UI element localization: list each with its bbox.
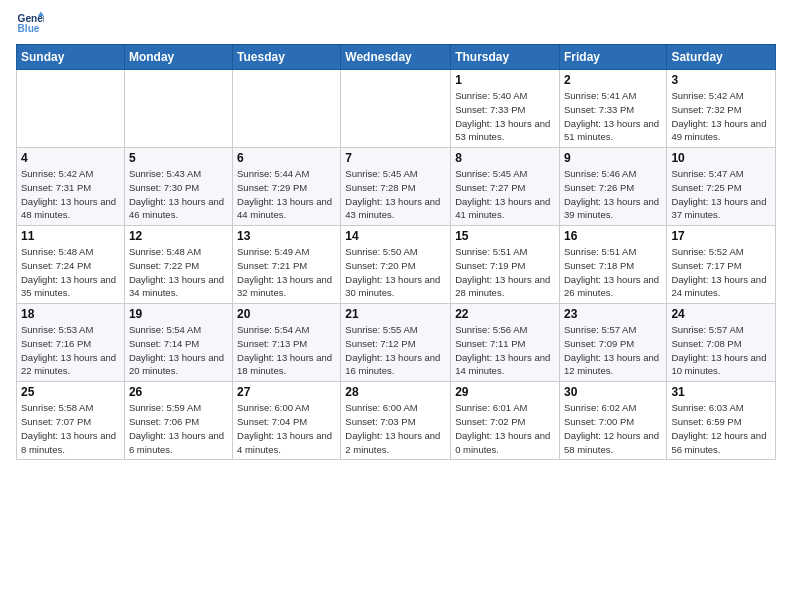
day-info: Sunrise: 5:47 AMSunset: 7:25 PMDaylight:… bbox=[671, 167, 771, 222]
day-number: 5 bbox=[129, 151, 228, 165]
calendar-cell: 22Sunrise: 5:56 AMSunset: 7:11 PMDayligh… bbox=[451, 304, 560, 382]
day-info: Sunrise: 5:44 AMSunset: 7:29 PMDaylight:… bbox=[237, 167, 336, 222]
calendar-cell: 10Sunrise: 5:47 AMSunset: 7:25 PMDayligh… bbox=[667, 148, 776, 226]
day-info: Sunrise: 5:51 AMSunset: 7:19 PMDaylight:… bbox=[455, 245, 555, 300]
day-number: 19 bbox=[129, 307, 228, 321]
day-number: 30 bbox=[564, 385, 662, 399]
calendar-cell: 4Sunrise: 5:42 AMSunset: 7:31 PMDaylight… bbox=[17, 148, 125, 226]
day-number: 1 bbox=[455, 73, 555, 87]
calendar-cell: 12Sunrise: 5:48 AMSunset: 7:22 PMDayligh… bbox=[124, 226, 232, 304]
day-number: 15 bbox=[455, 229, 555, 243]
day-info: Sunrise: 5:40 AMSunset: 7:33 PMDaylight:… bbox=[455, 89, 555, 144]
calendar-cell: 24Sunrise: 5:57 AMSunset: 7:08 PMDayligh… bbox=[667, 304, 776, 382]
day-number: 11 bbox=[21, 229, 120, 243]
calendar-table: SundayMondayTuesdayWednesdayThursdayFrid… bbox=[16, 44, 776, 460]
day-info: Sunrise: 6:01 AMSunset: 7:02 PMDaylight:… bbox=[455, 401, 555, 456]
calendar-cell: 27Sunrise: 6:00 AMSunset: 7:04 PMDayligh… bbox=[233, 382, 341, 460]
day-number: 8 bbox=[455, 151, 555, 165]
calendar-cell bbox=[341, 70, 451, 148]
day-info: Sunrise: 5:54 AMSunset: 7:13 PMDaylight:… bbox=[237, 323, 336, 378]
day-info: Sunrise: 5:49 AMSunset: 7:21 PMDaylight:… bbox=[237, 245, 336, 300]
day-info: Sunrise: 5:57 AMSunset: 7:08 PMDaylight:… bbox=[671, 323, 771, 378]
calendar-cell bbox=[17, 70, 125, 148]
day-number: 27 bbox=[237, 385, 336, 399]
day-info: Sunrise: 5:48 AMSunset: 7:24 PMDaylight:… bbox=[21, 245, 120, 300]
day-info: Sunrise: 5:56 AMSunset: 7:11 PMDaylight:… bbox=[455, 323, 555, 378]
day-info: Sunrise: 5:43 AMSunset: 7:30 PMDaylight:… bbox=[129, 167, 228, 222]
calendar-cell: 2Sunrise: 5:41 AMSunset: 7:33 PMDaylight… bbox=[559, 70, 666, 148]
day-number: 7 bbox=[345, 151, 446, 165]
calendar-cell: 28Sunrise: 6:00 AMSunset: 7:03 PMDayligh… bbox=[341, 382, 451, 460]
calendar-week-row: 11Sunrise: 5:48 AMSunset: 7:24 PMDayligh… bbox=[17, 226, 776, 304]
weekday-header: Sunday bbox=[17, 45, 125, 70]
day-number: 9 bbox=[564, 151, 662, 165]
day-info: Sunrise: 5:55 AMSunset: 7:12 PMDaylight:… bbox=[345, 323, 446, 378]
calendar-cell: 5Sunrise: 5:43 AMSunset: 7:30 PMDaylight… bbox=[124, 148, 232, 226]
calendar-cell: 19Sunrise: 5:54 AMSunset: 7:14 PMDayligh… bbox=[124, 304, 232, 382]
day-info: Sunrise: 5:58 AMSunset: 7:07 PMDaylight:… bbox=[21, 401, 120, 456]
day-number: 24 bbox=[671, 307, 771, 321]
calendar-cell bbox=[124, 70, 232, 148]
day-info: Sunrise: 6:00 AMSunset: 7:03 PMDaylight:… bbox=[345, 401, 446, 456]
day-info: Sunrise: 6:00 AMSunset: 7:04 PMDaylight:… bbox=[237, 401, 336, 456]
calendar-cell: 17Sunrise: 5:52 AMSunset: 7:17 PMDayligh… bbox=[667, 226, 776, 304]
calendar-cell: 18Sunrise: 5:53 AMSunset: 7:16 PMDayligh… bbox=[17, 304, 125, 382]
calendar-week-row: 4Sunrise: 5:42 AMSunset: 7:31 PMDaylight… bbox=[17, 148, 776, 226]
calendar-cell: 9Sunrise: 5:46 AMSunset: 7:26 PMDaylight… bbox=[559, 148, 666, 226]
calendar-cell: 3Sunrise: 5:42 AMSunset: 7:32 PMDaylight… bbox=[667, 70, 776, 148]
calendar-cell: 30Sunrise: 6:02 AMSunset: 7:00 PMDayligh… bbox=[559, 382, 666, 460]
day-info: Sunrise: 6:02 AMSunset: 7:00 PMDaylight:… bbox=[564, 401, 662, 456]
day-number: 13 bbox=[237, 229, 336, 243]
calendar-week-row: 25Sunrise: 5:58 AMSunset: 7:07 PMDayligh… bbox=[17, 382, 776, 460]
day-number: 3 bbox=[671, 73, 771, 87]
calendar-cell: 6Sunrise: 5:44 AMSunset: 7:29 PMDaylight… bbox=[233, 148, 341, 226]
day-number: 14 bbox=[345, 229, 446, 243]
day-number: 4 bbox=[21, 151, 120, 165]
day-info: Sunrise: 5:45 AMSunset: 7:28 PMDaylight:… bbox=[345, 167, 446, 222]
svg-text:Blue: Blue bbox=[18, 23, 40, 34]
calendar-header-row: SundayMondayTuesdayWednesdayThursdayFrid… bbox=[17, 45, 776, 70]
calendar-cell: 1Sunrise: 5:40 AMSunset: 7:33 PMDaylight… bbox=[451, 70, 560, 148]
day-number: 12 bbox=[129, 229, 228, 243]
calendar-week-row: 18Sunrise: 5:53 AMSunset: 7:16 PMDayligh… bbox=[17, 304, 776, 382]
calendar-cell: 25Sunrise: 5:58 AMSunset: 7:07 PMDayligh… bbox=[17, 382, 125, 460]
day-info: Sunrise: 5:41 AMSunset: 7:33 PMDaylight:… bbox=[564, 89, 662, 144]
day-number: 29 bbox=[455, 385, 555, 399]
day-info: Sunrise: 6:03 AMSunset: 6:59 PMDaylight:… bbox=[671, 401, 771, 456]
day-number: 6 bbox=[237, 151, 336, 165]
weekday-header: Thursday bbox=[451, 45, 560, 70]
header: General Blue bbox=[16, 10, 776, 38]
day-info: Sunrise: 5:45 AMSunset: 7:27 PMDaylight:… bbox=[455, 167, 555, 222]
day-number: 22 bbox=[455, 307, 555, 321]
calendar-cell: 13Sunrise: 5:49 AMSunset: 7:21 PMDayligh… bbox=[233, 226, 341, 304]
day-number: 2 bbox=[564, 73, 662, 87]
day-info: Sunrise: 5:54 AMSunset: 7:14 PMDaylight:… bbox=[129, 323, 228, 378]
calendar-cell: 11Sunrise: 5:48 AMSunset: 7:24 PMDayligh… bbox=[17, 226, 125, 304]
weekday-header: Tuesday bbox=[233, 45, 341, 70]
day-number: 18 bbox=[21, 307, 120, 321]
logo-icon: General Blue bbox=[16, 10, 44, 38]
calendar-cell: 21Sunrise: 5:55 AMSunset: 7:12 PMDayligh… bbox=[341, 304, 451, 382]
day-number: 31 bbox=[671, 385, 771, 399]
calendar-cell: 26Sunrise: 5:59 AMSunset: 7:06 PMDayligh… bbox=[124, 382, 232, 460]
day-number: 16 bbox=[564, 229, 662, 243]
calendar-cell: 16Sunrise: 5:51 AMSunset: 7:18 PMDayligh… bbox=[559, 226, 666, 304]
day-number: 26 bbox=[129, 385, 228, 399]
calendar-cell: 31Sunrise: 6:03 AMSunset: 6:59 PMDayligh… bbox=[667, 382, 776, 460]
day-number: 28 bbox=[345, 385, 446, 399]
calendar-cell: 15Sunrise: 5:51 AMSunset: 7:19 PMDayligh… bbox=[451, 226, 560, 304]
day-info: Sunrise: 5:51 AMSunset: 7:18 PMDaylight:… bbox=[564, 245, 662, 300]
day-number: 10 bbox=[671, 151, 771, 165]
calendar-cell: 20Sunrise: 5:54 AMSunset: 7:13 PMDayligh… bbox=[233, 304, 341, 382]
calendar-cell: 23Sunrise: 5:57 AMSunset: 7:09 PMDayligh… bbox=[559, 304, 666, 382]
day-info: Sunrise: 5:53 AMSunset: 7:16 PMDaylight:… bbox=[21, 323, 120, 378]
logo: General Blue bbox=[16, 10, 48, 38]
day-info: Sunrise: 5:52 AMSunset: 7:17 PMDaylight:… bbox=[671, 245, 771, 300]
calendar-week-row: 1Sunrise: 5:40 AMSunset: 7:33 PMDaylight… bbox=[17, 70, 776, 148]
calendar-cell: 14Sunrise: 5:50 AMSunset: 7:20 PMDayligh… bbox=[341, 226, 451, 304]
calendar-cell: 8Sunrise: 5:45 AMSunset: 7:27 PMDaylight… bbox=[451, 148, 560, 226]
day-number: 21 bbox=[345, 307, 446, 321]
weekday-header: Friday bbox=[559, 45, 666, 70]
weekday-header: Saturday bbox=[667, 45, 776, 70]
weekday-header: Monday bbox=[124, 45, 232, 70]
